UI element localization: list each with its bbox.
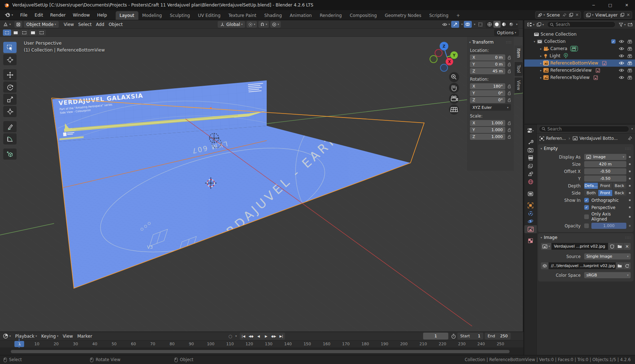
animate-dot[interactable] bbox=[629, 156, 631, 158]
transform-orientation-dropdown[interactable]: Global▾ bbox=[218, 21, 245, 28]
hide-eye-icon[interactable] bbox=[619, 40, 624, 43]
hide-eye-icon[interactable] bbox=[619, 54, 624, 58]
new-scene-icon[interactable] bbox=[569, 13, 573, 17]
expand-icon[interactable]: ▸ bbox=[539, 69, 543, 72]
lock-icon[interactable] bbox=[507, 84, 511, 89]
expand-icon[interactable]: ▸ bbox=[539, 76, 543, 79]
outliner-display-mode-button[interactable]: ▾ bbox=[536, 22, 545, 27]
offset-x-field[interactable]: -0.50 bbox=[584, 168, 626, 174]
select-mode-intersect[interactable] bbox=[37, 30, 46, 36]
workspace-tab-scripting[interactable]: Scripting bbox=[425, 11, 452, 20]
image-panel-title[interactable]: Image bbox=[544, 235, 558, 240]
depth-front-button[interactable]: Front bbox=[598, 183, 612, 189]
opacity-checkbox[interactable] bbox=[584, 223, 589, 228]
tool-measure[interactable] bbox=[3, 133, 17, 145]
select-mode-invert[interactable] bbox=[29, 30, 37, 36]
hide-eye-icon[interactable] bbox=[619, 61, 624, 65]
properties-editor-type-button[interactable] bbox=[524, 126, 537, 134]
lock-icon[interactable] bbox=[507, 56, 511, 60]
drag-handle-icon[interactable]: :::: bbox=[506, 40, 512, 44]
browse-file-folder-button[interactable] bbox=[616, 262, 623, 269]
workspace-tab-rendering[interactable]: Rendering bbox=[316, 11, 346, 20]
empty-panel-title[interactable]: Empty bbox=[544, 146, 558, 151]
jump-to-start-button[interactable]: |◀ bbox=[240, 334, 247, 338]
new-collection-button[interactable] bbox=[627, 22, 634, 27]
xray-toggle[interactable] bbox=[476, 21, 484, 28]
transform-panel-title[interactable]: Transform bbox=[472, 40, 494, 45]
breadcrumb-data[interactable]: Verdajuvel Botto... bbox=[580, 136, 618, 141]
play-button[interactable]: ▶ bbox=[262, 334, 270, 338]
close-button[interactable]: ✕ bbox=[618, 0, 635, 10]
offset-y-field[interactable]: -0.50 bbox=[584, 176, 626, 182]
lock-icon[interactable] bbox=[507, 128, 511, 132]
animate-dot[interactable] bbox=[629, 199, 631, 201]
show-object-types-dropdown[interactable]: ▾ bbox=[442, 21, 450, 28]
outliner-row-reference-side-view[interactable]: ▸ ReferenceSideView bbox=[524, 67, 635, 74]
hide-eye-icon[interactable] bbox=[619, 76, 624, 79]
lock-icon[interactable] bbox=[507, 135, 511, 139]
select-mode-subtract[interactable] bbox=[20, 30, 28, 36]
tab-item[interactable]: Item bbox=[515, 45, 523, 61]
frame-end-field[interactable]: End250 bbox=[485, 333, 511, 339]
side-both-button[interactable]: Both bbox=[584, 190, 598, 196]
snap-target-dropdown[interactable]: ▾ bbox=[247, 21, 257, 28]
animate-dot[interactable] bbox=[629, 185, 631, 187]
add-menu[interactable]: Add bbox=[94, 21, 106, 28]
side-front-button[interactable]: Front bbox=[598, 190, 612, 196]
gizmo-x-negative[interactable] bbox=[435, 49, 442, 57]
tool-select-box[interactable] bbox=[3, 42, 17, 53]
unlink-image-button[interactable]: ✕ bbox=[623, 243, 631, 250]
side-back-button[interactable]: Back bbox=[613, 190, 626, 196]
pin-icon[interactable] bbox=[563, 13, 567, 17]
collection-checkbox[interactable]: ✓ bbox=[611, 39, 616, 44]
opacity-slider[interactable]: 1.000 bbox=[591, 223, 626, 229]
properties-search-input[interactable]: Search bbox=[539, 126, 629, 132]
current-frame-field[interactable]: 1 bbox=[423, 333, 448, 339]
viewlayer-selector[interactable]: ▾ ViewLayer ✕ bbox=[584, 11, 632, 19]
tab-view[interactable]: View bbox=[515, 77, 523, 93]
menu-help[interactable]: Help bbox=[93, 11, 110, 19]
keying-menu[interactable]: Keying▾ bbox=[39, 333, 61, 339]
tab-tool-properties[interactable] bbox=[524, 138, 537, 146]
view-menu[interactable]: View bbox=[61, 333, 75, 339]
reload-image-button[interactable] bbox=[623, 262, 631, 269]
tool-annotate[interactable] bbox=[3, 121, 17, 132]
outliner-editor-type-button[interactable]: ▾ bbox=[526, 22, 536, 27]
workspace-tab-modeling[interactable]: Modeling bbox=[138, 11, 166, 20]
animate-dot[interactable] bbox=[629, 192, 631, 194]
gizmo-y-negative[interactable] bbox=[430, 56, 437, 63]
proportional-editing-dropdown[interactable]: ▾ bbox=[270, 21, 281, 28]
shading-rendered-button[interactable] bbox=[508, 21, 515, 28]
open-image-folder-button[interactable] bbox=[616, 243, 623, 250]
mode-icon[interactable] bbox=[14, 21, 22, 28]
tab-physics-properties[interactable] bbox=[524, 217, 537, 225]
workspace-tab-texture-paint[interactable]: Texture Paint bbox=[225, 11, 260, 20]
tab-texture-properties[interactable] bbox=[524, 237, 537, 245]
add-workspace-button[interactable]: + bbox=[452, 11, 464, 20]
menu-window[interactable]: Window bbox=[69, 11, 93, 19]
rotation-x-field[interactable]: X180° bbox=[470, 83, 505, 89]
select-mode-extend[interactable] bbox=[12, 30, 20, 36]
filepath-field[interactable]: //..\Verdajuvel ...lueprint v02.jpg bbox=[549, 262, 616, 269]
grid-view-button[interactable] bbox=[449, 105, 459, 115]
tab-tool[interactable]: Tool bbox=[515, 62, 523, 76]
animate-dot[interactable] bbox=[629, 163, 631, 165]
object-menu[interactable]: Object bbox=[106, 21, 125, 28]
lock-icon[interactable] bbox=[507, 62, 511, 67]
workspace-tab-geometry-nodes[interactable]: Geometry Nodes bbox=[381, 11, 425, 20]
location-x-field[interactable]: X0 m bbox=[470, 54, 505, 61]
options-dropdown[interactable]: Options▾ bbox=[494, 29, 519, 36]
color-space-dropdown[interactable]: sRGB▾ bbox=[584, 272, 631, 278]
workspace-tab-uv-editing[interactable]: UV Editing bbox=[194, 11, 225, 20]
menu-render[interactable]: Render bbox=[46, 11, 69, 19]
collapse-icon[interactable]: ▾ bbox=[532, 40, 537, 43]
zoom-button[interactable] bbox=[449, 72, 459, 82]
shading-material-button[interactable] bbox=[501, 21, 508, 28]
tab-scene-properties[interactable] bbox=[524, 170, 537, 178]
tool-scale[interactable] bbox=[3, 94, 17, 105]
select-mode-set[interactable] bbox=[3, 30, 11, 36]
lock-icon[interactable] bbox=[507, 91, 511, 96]
size-field[interactable]: 420 m bbox=[584, 161, 626, 167]
lock-icon[interactable] bbox=[507, 69, 511, 74]
image-browse-dropdown[interactable]: ▾ bbox=[541, 243, 551, 250]
